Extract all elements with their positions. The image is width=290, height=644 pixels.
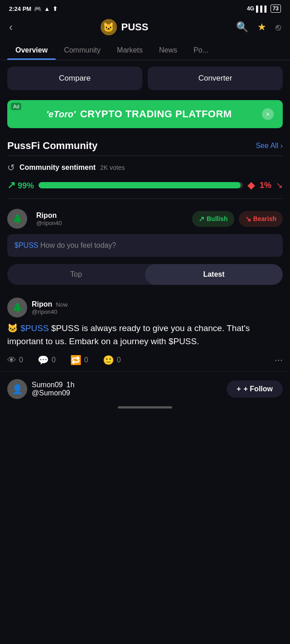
user-row: 🌲 Ripon @ripon40 ↗ Bullish ↘ Bearish [0, 205, 290, 234]
input-ticker: $PUSS [14, 241, 38, 249]
battery-icon: 73 [271, 5, 281, 13]
tab-community[interactable]: Community [56, 41, 109, 60]
discord-icon: 🎮 [34, 5, 41, 12]
post2-time: 1h [67, 381, 75, 389]
ad-banner: Ad 'eToro' CRYPTO TRADING PLATFORM × [7, 100, 283, 128]
reposts-action[interactable]: 🔁 0 [70, 355, 88, 365]
bull-fill [39, 182, 241, 188]
feed-tab-top[interactable]: Top [7, 264, 145, 285]
post2-header: 👤 Sumon09 1h @Sumon09 + + Follow [0, 372, 290, 403]
bullish-button[interactable]: ↗ Bullish [192, 211, 234, 227]
user-avatar: 🌲 [7, 209, 27, 229]
bear-percent: 1% [260, 181, 271, 190]
ad-label: Ad [11, 103, 21, 110]
header-icons: 🔍 ★ ⎋ [236, 21, 281, 33]
status-right: 4G ▌▌▌ 73 [247, 5, 281, 13]
coin-title: PUSS [121, 21, 149, 33]
react-icon: 🙂 [103, 355, 114, 365]
reactions-action[interactable]: 🙂 0 [103, 355, 121, 365]
upload-icon: ⬆ [53, 5, 58, 12]
input-placeholder: How do you feel today? [40, 241, 116, 249]
divider2 [7, 198, 283, 199]
sentiment-label: Community sentiment [19, 163, 96, 172]
time: 2:24 PM [9, 5, 31, 12]
post-item: 🌲 Ripon Now @ripon40 🐱 $PUSS $PUSS is al… [0, 292, 290, 372]
bull-percent: ↗ 99% [7, 179, 34, 191]
sentiment-bar-row: ↗ 99% ◆ 1% ↘ [0, 178, 290, 198]
converter-button[interactable]: Converter [148, 67, 283, 90]
status-bar: 2:24 PM 🎮 ▲ ⬆ 4G ▌▌▌ 73 [0, 0, 290, 15]
user-info: Ripon @ripon40 [36, 211, 62, 226]
more-options-button[interactable]: ··· [275, 354, 283, 366]
divider [7, 155, 283, 156]
bear-diamond: ◆ [247, 179, 255, 191]
views-action[interactable]: 👁 0 [7, 355, 23, 365]
post2-username: Sumon09 [32, 381, 63, 389]
user-name: Ripon [36, 211, 62, 220]
eye-icon: 👁 [7, 355, 16, 365]
compare-button[interactable]: Compare [7, 67, 142, 90]
sentiment-votes: 2K votes [100, 164, 125, 171]
plus-icon: + [237, 385, 241, 393]
community-title: PussFi Community [7, 140, 97, 152]
tab-overview[interactable]: Overview [7, 41, 56, 60]
post-ticker: $PUSS [20, 323, 48, 333]
back-button[interactable]: ‹ [9, 21, 13, 34]
comments-count: 0 [52, 356, 56, 364]
sentiment-bar [39, 182, 243, 188]
post2-user: 👤 Sumon09 1h @Sumon09 [7, 379, 74, 399]
post2-avatar: 👤 [7, 379, 27, 399]
follow-button[interactable]: + + Follow [227, 380, 283, 398]
header-center: 🐱 PUSS [101, 19, 149, 35]
home-indicator [118, 406, 172, 409]
header: ‹ 🐱 PUSS 🔍 ★ ⎋ [0, 15, 290, 41]
user-handle: @ripon40 [36, 220, 62, 226]
bear-icon: ↘ [245, 215, 251, 223]
tab-markets[interactable]: Markets [109, 41, 151, 60]
signal-icon: 4G [247, 5, 254, 12]
post-emoji: 🐱 [7, 323, 18, 333]
community-header: PussFi Community See All › [0, 135, 290, 155]
sentiment-row: ↺ Community sentiment 2K votes [0, 162, 290, 178]
post-time: Now [56, 301, 68, 308]
feed-tab-latest[interactable]: Latest [145, 264, 283, 285]
bottom-bar [0, 403, 290, 412]
tab-portfolio[interactable]: Po... [185, 41, 217, 60]
signal-bars: ▌▌▌ [256, 5, 269, 12]
ad-close-button[interactable]: × [262, 108, 274, 120]
action-buttons: Compare Converter [0, 60, 290, 96]
post2-handle: @Sumon09 [32, 389, 74, 397]
tab-news[interactable]: News [151, 41, 185, 60]
coin-logo: 🐱 [101, 19, 117, 35]
post-input[interactable]: $PUSS How do you feel today? [7, 234, 283, 257]
nav-tabs: Overview Community Markets News Po... [0, 41, 290, 60]
comments-action[interactable]: 💬 0 [38, 355, 56, 365]
post-handle: @ripon40 [32, 308, 68, 315]
see-all-button[interactable]: See All › [256, 142, 283, 150]
bull-icon: ↗ [198, 215, 204, 223]
repost-icon: 🔁 [70, 355, 82, 365]
ad-content: 'eToro' CRYPTO TRADING PLATFORM [16, 108, 262, 120]
views-count: 0 [19, 356, 23, 364]
search-icon[interactable]: 🔍 [236, 21, 248, 33]
favorite-icon[interactable]: ★ [257, 21, 266, 33]
post-username: Ripon [32, 300, 52, 308]
feed-tabs: Top Latest [7, 264, 283, 285]
reactions-count: 0 [117, 356, 121, 364]
comment-icon: 💬 [38, 355, 49, 365]
share-icon[interactable]: ⎋ [276, 22, 281, 33]
follow-label: + Follow [244, 385, 273, 393]
bearish-button[interactable]: ↘ Bearish [239, 211, 283, 227]
reposts-count: 0 [84, 356, 88, 364]
status-left: 2:24 PM 🎮 ▲ ⬆ [9, 5, 58, 12]
sentiment-buttons: ↗ Bullish ↘ Bearish [192, 211, 283, 227]
post-avatar: 🌲 [7, 298, 27, 317]
bear-arrow-icon: ↘ [276, 180, 283, 190]
post-body: 🐱 $PUSS $PUSS is always ready to give yo… [7, 322, 283, 348]
post-actions: 👁 0 💬 0 🔁 0 🙂 0 ··· [7, 354, 283, 366]
ad-text: CRYPTO TRADING PLATFORM [80, 108, 232, 120]
post-header: 🌲 Ripon Now @ripon40 [7, 298, 283, 317]
ad-logo: 'eToro' [46, 109, 75, 120]
sentiment-icon: ↺ [7, 162, 15, 173]
wifi-icon: ▲ [44, 5, 50, 12]
